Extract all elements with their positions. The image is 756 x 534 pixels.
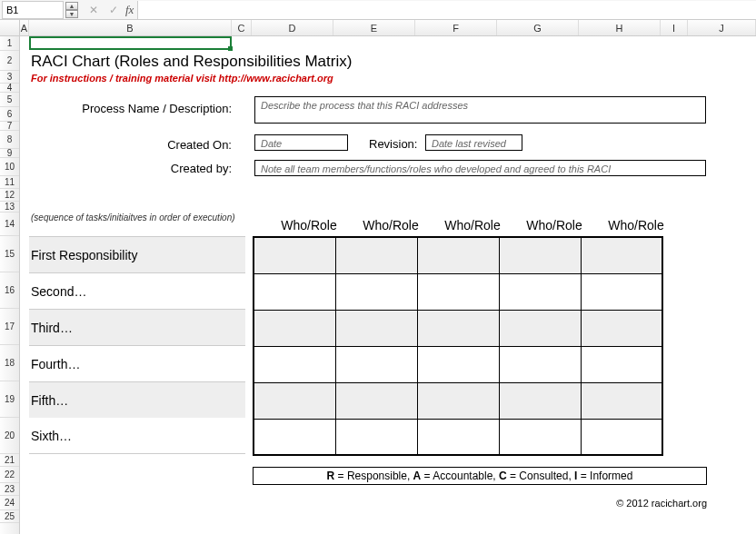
input-created-on[interactable]: Date [254,134,348,151]
row-header[interactable]: 7 [0,122,19,131]
page-title: RACI Chart (Roles and Responsibilities M… [31,53,352,71]
sheet-body: 1 2 3 4 5 6 7 8 9 10 11 12 13 14 15 16 1… [0,36,756,534]
raci-cell[interactable] [581,273,662,310]
col-header-d[interactable]: D [252,20,333,35]
row-header[interactable]: 20 [0,418,19,454]
role-header-4[interactable]: Who/Role [513,218,595,232]
instructions-link[interactable]: For instructions / training material vis… [31,73,333,84]
col-header-h[interactable]: H [579,20,661,35]
table-row [254,346,662,382]
table-row [254,237,662,273]
row-header[interactable]: 6 [0,107,19,122]
sheet-content[interactable]: RACI Chart (Roles and Responsibilities M… [20,36,756,534]
label-revision: Revision: [369,137,417,151]
row-header[interactable]: 5 [0,93,19,107]
raci-cell[interactable] [417,237,499,273]
raci-cell[interactable] [335,419,417,455]
raci-cell[interactable] [581,346,662,382]
raci-cell[interactable] [499,273,581,310]
row-header[interactable]: 12 [0,189,19,202]
raci-cell[interactable] [335,346,417,382]
raci-cell[interactable] [254,273,335,310]
row-header[interactable]: 3 [0,71,19,84]
raci-cell[interactable] [581,419,662,455]
raci-cell[interactable] [499,237,581,273]
col-header-c[interactable]: C [232,20,252,35]
row-header[interactable]: 1 [0,36,19,51]
col-header-a[interactable]: A [20,20,29,35]
row-header[interactable]: 13 [0,202,19,213]
row-header[interactable]: 17 [0,309,19,345]
input-revision[interactable]: Date last revised [425,134,522,151]
responsibility-4[interactable]: Fourth… [29,345,245,381]
stepper-down-icon[interactable]: ▼ [65,10,78,18]
role-header-5[interactable]: Who/Role [595,218,677,232]
raci-cell[interactable] [499,346,581,382]
raci-cell[interactable] [581,310,662,346]
raci-cell[interactable] [335,382,417,419]
col-header-i[interactable]: I [661,20,688,35]
raci-cell[interactable] [254,310,335,346]
input-process-description[interactable]: Describe the process that this RACI addr… [254,96,706,124]
row-header[interactable]: 16 [0,272,19,309]
raci-cell[interactable] [417,310,499,346]
row-header[interactable]: 10 [0,158,19,176]
raci-cell[interactable] [254,237,335,273]
raci-cell[interactable] [417,419,499,455]
cancel-formula-icon[interactable]: ✕ [85,1,103,19]
raci-cell[interactable] [417,382,499,419]
input-created-by[interactable]: Note all team members/functions/roles wh… [254,160,706,176]
role-header-3[interactable]: Who/Role [432,218,513,232]
col-header-j[interactable]: J [688,20,756,35]
sequence-note: (sequence of tasks/initiaitves in order … [31,213,240,222]
col-header-g[interactable]: G [497,20,579,35]
select-all-corner[interactable] [0,20,20,35]
row-header[interactable]: 23 [0,483,19,496]
role-header-2[interactable]: Who/Role [350,218,432,232]
stepper-up-icon[interactable]: ▲ [65,2,78,10]
row-header[interactable]: 22 [0,467,19,483]
fx-icon[interactable]: fx [125,3,134,17]
row-header[interactable]: 25 [0,510,19,523]
accept-formula-icon[interactable]: ✓ [104,1,123,19]
raci-cell[interactable] [581,382,662,419]
col-header-f[interactable]: F [415,20,497,35]
copyright: © 2012 racichart.org [525,498,707,509]
row-header[interactable]: 11 [0,176,19,189]
responsibility-6[interactable]: Sixth… [29,418,245,454]
responsibility-3[interactable]: Third… [29,309,245,345]
row-header[interactable]: 21 [0,454,19,467]
raci-cell[interactable] [335,273,417,310]
row-header[interactable]: 15 [0,236,19,272]
raci-cell[interactable] [254,346,335,382]
row-header[interactable]: 18 [0,345,19,381]
table-row [254,382,662,419]
raci-cell[interactable] [499,310,581,346]
raci-cell[interactable] [254,419,335,455]
raci-cell[interactable] [254,382,335,419]
raci-cell[interactable] [499,382,581,419]
name-box-stepper[interactable]: ▲ ▼ [65,2,78,18]
legend-c-text: = Consulted, [507,470,574,482]
row-header[interactable]: 8 [0,131,19,149]
row-header[interactable]: 14 [0,213,19,236]
row-header[interactable]: 19 [0,381,19,418]
raci-cell[interactable] [499,419,581,455]
row-header[interactable]: 2 [0,51,19,71]
role-header-1[interactable]: Who/Role [268,218,350,232]
responsibility-5[interactable]: Fifth… [29,381,245,418]
raci-cell[interactable] [335,237,417,273]
responsibility-2[interactable]: Second… [29,272,245,309]
raci-cell[interactable] [417,346,499,382]
raci-cell[interactable] [581,237,662,273]
formula-input[interactable] [137,1,756,19]
raci-cell[interactable] [335,310,417,346]
col-header-b[interactable]: B [29,20,232,35]
name-box[interactable]: B1 [2,1,64,19]
responsibility-1[interactable]: First Responsibility [29,236,245,272]
col-header-e[interactable]: E [333,20,415,35]
raci-cell[interactable] [417,273,499,310]
row-header[interactable]: 24 [0,496,19,510]
row-header[interactable]: 4 [0,84,19,93]
row-header[interactable]: 9 [0,149,19,158]
